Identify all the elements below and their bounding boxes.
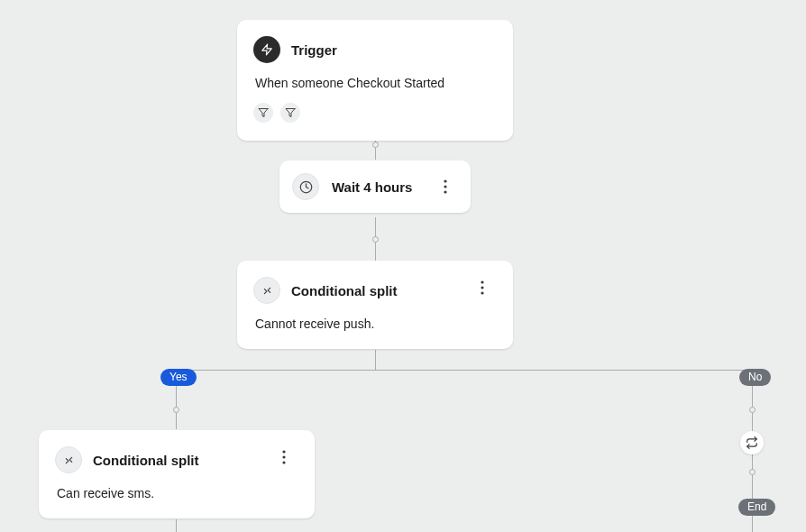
split-icon [55, 446, 82, 473]
svg-point-12 [282, 461, 285, 463]
branch-badge-no: No [739, 369, 771, 386]
connector-dot [749, 469, 756, 475]
svg-point-10 [282, 450, 285, 453]
svg-point-7 [481, 280, 483, 283]
profile-filter-chip[interactable] [280, 103, 300, 123]
branch-badge-yes: Yes [160, 369, 197, 386]
flow-canvas[interactable]: Yes No End Trigger When someone Checkout… [0, 0, 806, 532]
wait-node[interactable]: Wait 4 hours [279, 161, 471, 213]
connector-dot [372, 236, 379, 243]
clock-icon [292, 173, 319, 200]
more-actions-button[interactable] [273, 446, 295, 468]
kebab-icon [444, 179, 447, 194]
more-actions-button[interactable] [435, 176, 456, 197]
conditional-split-node-push[interactable]: Conditional split Cannot receive push. [237, 261, 513, 349]
connector-dot [372, 142, 379, 148]
svg-point-11 [282, 455, 285, 458]
conditional-split-node-sms[interactable]: Conditional split Can receive sms. [39, 430, 315, 518]
swap-icon [746, 436, 758, 449]
svg-point-9 [481, 291, 483, 294]
svg-point-4 [444, 179, 446, 182]
filter-lightning-icon [258, 107, 269, 118]
node-title: Wait 4 hours [332, 179, 412, 195]
connector-line [176, 370, 752, 371]
lightning-icon [253, 36, 280, 63]
filter-user-icon [285, 107, 296, 118]
branch-label-no: No [748, 371, 762, 383]
connector-line [176, 519, 177, 532]
svg-marker-1 [259, 109, 268, 117]
node-description: Cannot receive push. [255, 316, 493, 331]
node-title: Conditional split [291, 283, 398, 298]
kebab-icon [481, 280, 484, 295]
node-description: When someone Checkout Started [255, 76, 493, 90]
node-title: Trigger [291, 42, 337, 58]
kebab-icon [282, 450, 286, 464]
split-icon [253, 277, 280, 304]
node-description: Can receive sms. [57, 486, 295, 500]
branch-label-yes: Yes [169, 371, 188, 383]
end-badge: End [738, 499, 775, 516]
trigger-node[interactable]: Trigger When someone Checkout Started [237, 20, 513, 141]
connector-dot [173, 407, 179, 413]
add-step-button[interactable] [740, 431, 764, 454]
svg-marker-2 [286, 109, 295, 117]
svg-point-5 [444, 185, 446, 188]
connector-dot [749, 407, 756, 413]
end-label: End [747, 500, 766, 513]
more-actions-button[interactable] [472, 277, 493, 298]
trigger-filter-chip[interactable] [253, 103, 273, 123]
svg-point-6 [444, 190, 446, 193]
svg-point-8 [481, 286, 483, 289]
svg-marker-0 [262, 44, 272, 55]
node-title: Conditional split [93, 453, 199, 468]
connector-line [375, 350, 376, 370]
